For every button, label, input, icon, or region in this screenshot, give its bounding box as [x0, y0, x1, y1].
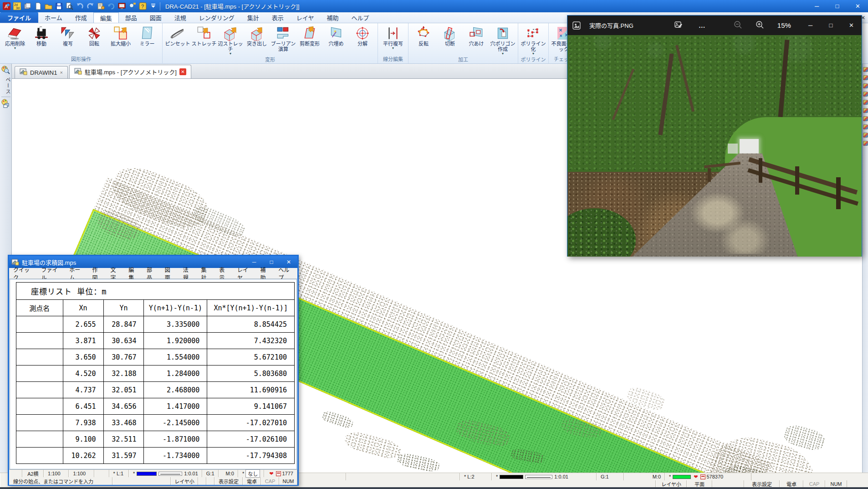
zoom-in-icon[interactable] [756, 21, 764, 30]
ribbon-tool-1-4[interactable]: ブーリアン演算 [270, 25, 296, 52]
tw-layer-indicator[interactable]: * L:1 [109, 470, 129, 477]
palette-tool-icon[interactable] [863, 133, 868, 138]
dock-tab-label[interactable]: ペース [0, 77, 11, 95]
new-file-icon[interactable] [33, 2, 42, 11]
menu-item-5[interactable]: 図面 [143, 12, 168, 23]
palette-tool-icon[interactable] [863, 100, 868, 105]
dropdown-arrow-icon[interactable]: ▾ [392, 46, 394, 50]
menu-item-4[interactable]: 部品 [119, 12, 143, 23]
tw-layer-small-button[interactable]: レイヤ小 [171, 477, 198, 485]
zoom-out-icon[interactable] [734, 21, 742, 30]
photo-close-button[interactable]: ✕ [841, 15, 862, 35]
menu-item-9[interactable]: 表示 [266, 12, 290, 23]
dropdown-arrow-icon[interactable]: ▾ [532, 52, 534, 55]
palette-tool-icon[interactable] [863, 108, 868, 113]
attribute-indicator[interactable]: *❤578370 [665, 473, 751, 480]
ribbon-tool-1-7[interactable]: 分解 [349, 25, 376, 46]
palette-tool-icon[interactable] [863, 75, 868, 80]
app-logo-icon[interactable]: A [2, 2, 11, 11]
display-settings-button[interactable]: 表示設定 [744, 480, 780, 487]
palette-tool-icon[interactable] [863, 92, 868, 97]
ribbon-tool-3-1[interactable]: 切断 [437, 25, 463, 46]
refresh-icon[interactable] [107, 2, 116, 11]
tw-group-indicator[interactable]: G:1 [202, 470, 219, 477]
photo-title-bar[interactable]: 実際の写真.PNG … 15% ─ □ ✕ [567, 15, 862, 35]
document-tab-1[interactable]: 駐車場.mps - [アクソノメトリック]✕ [69, 65, 191, 78]
palette-tool-icon[interactable] [863, 124, 868, 129]
palette-search-icon[interactable] [1, 65, 11, 75]
tw-display-scale[interactable]: 1:100 [69, 470, 94, 477]
open-folder-icon[interactable] [44, 2, 53, 11]
redo-icon[interactable] [86, 2, 95, 11]
edit-image-icon[interactable] [674, 21, 683, 30]
group-indicator[interactable]: G:1 [597, 473, 624, 480]
menu-item-2[interactable]: 作成 [69, 12, 93, 23]
ribbon-tool-1-1[interactable]: ストレッチ [191, 25, 217, 46]
save-icon[interactable] [54, 2, 63, 11]
ribbon-tool-1-6[interactable]: 穴埋め [323, 25, 349, 46]
tw-attribute-indicator[interactable]: * なし [238, 470, 264, 477]
ribbon-tool-0-0[interactable]: 応用削除▾ [2, 25, 28, 50]
menu-item-6[interactable]: 法規 [168, 12, 193, 23]
palette-tool-icon[interactable] [863, 141, 868, 146]
tw-material-indicator[interactable]: M:0 [219, 470, 238, 477]
2d3d-toggle-icon[interactable]: 2d3d [12, 2, 21, 11]
ribbon-tool-2-0[interactable]: 平行複写▾ [380, 25, 406, 50]
ribbon-tool-3-3[interactable]: 穴ポリゴン作成▾ [490, 25, 516, 55]
menu-item-10[interactable]: レイヤ [290, 12, 321, 23]
layer-indicator[interactable]: * L:2 [460, 473, 492, 480]
ribbon-tool-0-5[interactable]: ミラー [134, 25, 160, 46]
ribbon-tool-0-3[interactable]: 回転 [81, 25, 107, 46]
tw-command-prompt[interactable]: 線分の始点、またはコマンドを入力 [9, 477, 112, 485]
calculator-button[interactable]: 電卓 [780, 480, 803, 487]
menu-item-3[interactable]: 編集 [93, 12, 119, 23]
tw-paper-size[interactable]: A2横 [22, 470, 44, 477]
color-linetype-indicator[interactable]: *1:0.01 [492, 473, 597, 480]
photo-minimize-button[interactable]: ─ [800, 15, 821, 35]
zoom-flag-icon[interactable] [128, 2, 137, 11]
undo-icon[interactable] [75, 2, 84, 11]
tw-color-linetype-indicator[interactable]: *1:0.01 [129, 470, 202, 477]
menu-file[interactable]: ファイル [0, 12, 38, 23]
ribbon-tool-1-2[interactable]: 辺ストレッチ▾ [217, 25, 244, 55]
tw-drawing-scale[interactable]: 1:100 [44, 470, 69, 477]
table-window-canvas[interactable]: 座標リスト 単位：m測点名XnYnY(n+1)-Y(n-1)Xn*[Y(n+1)… [10, 279, 297, 469]
see-more-icon[interactable]: … [699, 21, 706, 29]
ribbon-tool-4-0[interactable]: ポリライン化▾ [520, 25, 546, 55]
search-doc-icon[interactable] [65, 2, 74, 11]
menu-item-7[interactable]: レンダリング [193, 12, 241, 23]
qat-more-icon[interactable] [148, 2, 158, 11]
ribbon-tool-0-4[interactable]: 拡大縮小 [107, 25, 134, 46]
close-button[interactable]: ✕ [848, 0, 868, 12]
plane-view-button[interactable]: 平面 [687, 480, 712, 487]
palette-layers-icon[interactable] [1, 99, 11, 109]
menu-item-11[interactable]: 補助 [320, 12, 345, 23]
dropdown-arrow-icon[interactable]: ▾ [502, 52, 504, 55]
ribbon-tool-0-2[interactable]: 複写 [55, 25, 81, 46]
tw-display-settings-button[interactable]: 表示設定 [214, 477, 243, 485]
layer-palette-icon[interactable] [23, 2, 32, 11]
maximize-button[interactable]: □ [827, 0, 848, 12]
tab-close-icon[interactable]: × [60, 70, 62, 75]
ribbon-tool-1-5[interactable]: 剪断変形 [296, 25, 323, 46]
menu-item-8[interactable]: 集計 [241, 12, 266, 23]
menu-item-1[interactable]: ホーム [38, 12, 69, 23]
menu-item-12[interactable]: ヘルプ [345, 12, 375, 23]
ribbon-tool-3-0[interactable]: 反転 [410, 25, 437, 46]
photo-maximize-button[interactable]: □ [821, 15, 841, 35]
ribbon-tool-0-1[interactable]: 移動 [28, 25, 55, 46]
palette-tool-icon[interactable] [863, 116, 868, 121]
ribbon-tool-1-3[interactable]: 突き出し [244, 25, 270, 46]
document-tab-0[interactable]: DRAWIN1× [15, 66, 68, 78]
property-settings-icon[interactable] [96, 2, 105, 11]
ribbon-tool-1-0[interactable]: ピンセット [164, 25, 191, 46]
display-monitor-icon[interactable] [117, 2, 126, 11]
tab-close-icon[interactable]: ✕ [179, 68, 186, 75]
layer-small-button[interactable]: レイヤ小 [656, 480, 687, 487]
minimize-button[interactable]: ─ [807, 0, 827, 12]
dropdown-arrow-icon[interactable]: ▾ [14, 46, 16, 50]
palette-tool-icon[interactable] [863, 67, 868, 72]
tw-calculator-button[interactable]: 電卓 [243, 477, 261, 485]
material-indicator[interactable]: M:0 [624, 473, 665, 480]
dropdown-arrow-icon[interactable]: ▾ [230, 52, 231, 55]
